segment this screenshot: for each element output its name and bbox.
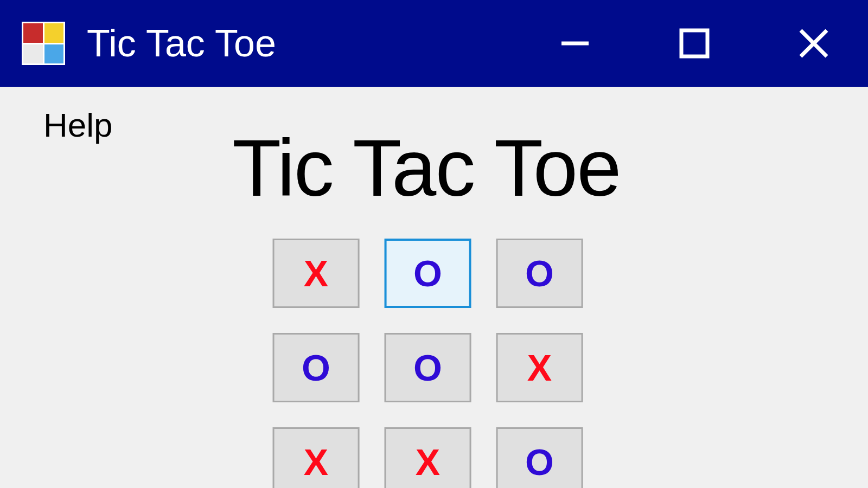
- maximize-button[interactable]: [673, 22, 716, 65]
- app-icon: [22, 22, 65, 65]
- cell-0-0[interactable]: X: [273, 239, 360, 308]
- titlebar: Tic Tac Toe: [0, 0, 868, 87]
- maximize-icon: [678, 27, 711, 60]
- cell-2-0[interactable]: X: [273, 427, 360, 488]
- cell-2-2[interactable]: O: [496, 427, 583, 488]
- svg-rect-1: [681, 30, 707, 56]
- minimize-button[interactable]: [553, 22, 597, 65]
- page-title: Tic Tac Toe: [232, 122, 621, 214]
- minimize-icon: [559, 27, 591, 60]
- window-title: Tic Tac Toe: [87, 22, 553, 65]
- menu-help[interactable]: Help: [43, 106, 113, 144]
- cell-0-1[interactable]: O: [385, 239, 471, 308]
- cell-1-0[interactable]: O: [273, 333, 360, 402]
- window-controls: [553, 22, 852, 65]
- close-icon: [797, 27, 830, 60]
- close-button[interactable]: [792, 22, 835, 65]
- cell-1-2[interactable]: X: [496, 333, 583, 402]
- app-window: Tic Tac Toe Help Tic Tac Toe: [0, 0, 868, 488]
- client-area: Help Tic Tac Toe X O O O O X X X O: [0, 87, 868, 488]
- game-board: X O O O O X X X O: [273, 239, 583, 488]
- cell-0-2[interactable]: O: [496, 239, 583, 308]
- cell-1-1[interactable]: O: [385, 333, 471, 402]
- cell-2-1[interactable]: X: [385, 427, 471, 488]
